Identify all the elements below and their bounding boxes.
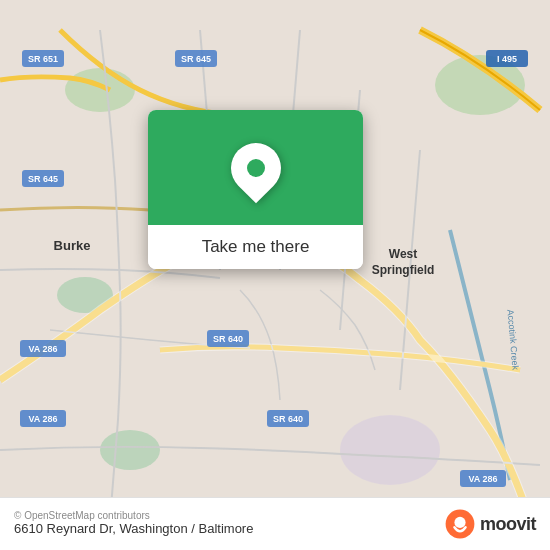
svg-text:SR 640: SR 640 xyxy=(273,414,303,424)
svg-point-4 xyxy=(100,430,160,470)
svg-text:VA 286: VA 286 xyxy=(28,414,57,424)
moovit-text: moovit xyxy=(480,514,536,535)
map-container: SR 651 SR 645 I 495 SR 645 Burke West Sp… xyxy=(0,0,550,550)
moovit-logo: moovit xyxy=(444,508,536,540)
svg-text:VA 286: VA 286 xyxy=(468,474,497,484)
attribution-text: © OpenStreetMap contributors xyxy=(14,510,444,521)
svg-text:SR 645: SR 645 xyxy=(28,174,58,184)
svg-point-29 xyxy=(454,517,465,528)
bottom-bar: © OpenStreetMap contributors 6610 Reynar… xyxy=(0,497,550,550)
popup-header xyxy=(148,110,363,225)
svg-point-1 xyxy=(65,68,135,112)
bottom-content: © OpenStreetMap contributors 6610 Reynar… xyxy=(14,510,444,538)
svg-text:SR 640: SR 640 xyxy=(213,334,243,344)
map-popup: Take me there xyxy=(148,110,363,269)
svg-text:I 495: I 495 xyxy=(497,54,517,64)
svg-text:Burke: Burke xyxy=(54,238,91,253)
location-pin xyxy=(229,141,283,195)
svg-text:VA 286: VA 286 xyxy=(28,344,57,354)
address-text: 6610 Reynard Dr, Washington / Baltimore xyxy=(14,521,444,536)
svg-text:SR 645: SR 645 xyxy=(181,54,211,64)
map-svg: SR 651 SR 645 I 495 SR 645 Burke West Sp… xyxy=(0,0,550,550)
moovit-icon xyxy=(444,508,476,540)
svg-text:West: West xyxy=(389,247,417,261)
svg-text:SR 651: SR 651 xyxy=(28,54,58,64)
take-me-there-button[interactable]: Take me there xyxy=(148,225,363,269)
svg-text:Springfield: Springfield xyxy=(372,263,435,277)
svg-point-5 xyxy=(340,415,440,485)
